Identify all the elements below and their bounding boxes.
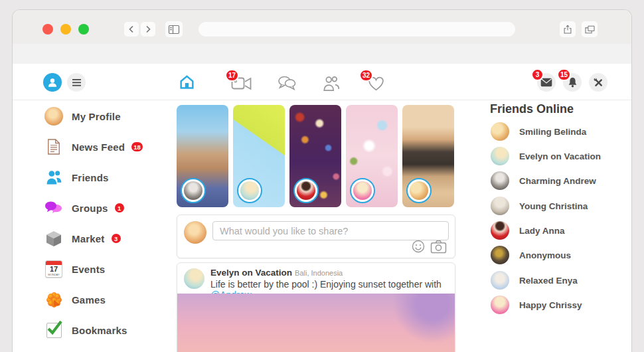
back-button[interactable] [124,22,139,37]
menu-button[interactable] [67,73,86,92]
tabs-icon [584,25,596,35]
profile-avatar-button[interactable] [43,73,62,92]
address-bar[interactable] [199,22,515,37]
nav-chat-button[interactable] [277,75,297,92]
market-icon [45,230,62,248]
sidebar-item-market[interactable]: Market 3 [44,228,122,249]
chat-icon [277,75,297,92]
friend-row[interactable]: Smiling Belinda [491,122,586,141]
notifications-badge: 15 [557,68,571,81]
story-card[interactable] [177,105,228,207]
friend-row[interactable]: Relaxed Enya [491,271,578,290]
friend-name: Anonymous [519,250,571,260]
social-app: 17 [13,64,631,352]
feed-post: Evelyn on VacationBali, Indonesia Life i… [177,262,455,352]
friend-row[interactable]: Happy Chrissy [491,296,582,314]
stories-row [177,105,454,207]
friend-name: Evelyn on Vacation [519,151,601,161]
friend-avatar [491,296,509,314]
sidebar-item-label: Events [72,264,105,275]
sidebar-item-label: News Feed [72,141,125,153]
composer-avatar [184,221,206,244]
friend-avatar [491,122,509,141]
friend-name: Lady Anna [519,226,565,236]
back-icon [127,25,135,33]
share-button[interactable] [560,21,576,37]
settings-button[interactable] [589,73,607,92]
friend-avatar [491,147,509,165]
sidebar-item-label: Games [72,294,106,306]
sidebar-panel-icon [168,25,180,35]
sidebar-item-my-profile[interactable]: My Profile [44,106,121,127]
sidebar-item-events[interactable]: 17 MONDAY Events [44,258,105,280]
friends-icon [45,169,63,185]
post-author-avatar[interactable] [184,268,204,289]
calendar-icon: 17 MONDAY [45,260,62,278]
share-input[interactable] [212,221,449,240]
story-card[interactable] [233,105,285,207]
add-photo-button[interactable] [430,240,447,254]
people-icon [322,75,341,92]
sidebar-item-label: Groups [72,203,108,214]
story-card[interactable] [402,105,454,207]
friend-name: Young Christina [519,201,588,211]
sidebar-item-news-feed[interactable]: News Feed 18 [44,136,144,157]
sidebar-item-friends[interactable]: Friends [44,167,109,188]
story-card[interactable] [289,105,341,207]
story-avatar [293,178,319,203]
post-location: Bali, Indonesia [295,269,343,277]
zoom-button[interactable] [78,24,89,35]
nav-home-button[interactable] [178,73,196,91]
forward-icon [144,25,152,33]
photo-camera-icon [430,240,447,254]
post-composer [177,215,455,258]
minimize-button[interactable] [60,24,71,35]
market-badge: 3 [110,232,122,244]
friend-avatar [491,246,509,264]
video-badge: 17 [225,69,239,82]
friend-avatar [491,197,509,215]
user-avatar-icon [46,76,58,88]
friend-row[interactable]: Charming Andrew [491,171,596,190]
calendar-day: 17 [46,265,62,273]
story-avatar [181,178,206,203]
likes-badge: 32 [359,69,373,82]
story-card[interactable] [346,105,398,207]
friend-row[interactable]: Evelyn on Vacation [491,147,601,165]
news-feed-badge: 18 [130,141,144,153]
tabs-button[interactable] [582,21,598,37]
friend-avatar [491,221,509,240]
add-emoji-button[interactable] [411,239,426,254]
share-icon [562,24,573,35]
story-avatar [237,178,262,203]
friend-row[interactable]: Young Christina [491,197,588,215]
friends-online-title: Friends Online [490,102,574,116]
post-image[interactable] [177,294,455,352]
close-button[interactable] [42,24,53,35]
sidebar-item-label: Friends [72,172,109,183]
sidebar-item-bookmarks[interactable]: Bookmarks [44,319,127,341]
friend-avatar [491,271,509,290]
nav-people-button[interactable] [322,75,341,92]
sidebar-item-games[interactable]: Games [44,289,106,310]
post-author[interactable]: Evelyn on VacationBali, Indonesia [210,268,343,278]
smiley-icon [411,239,426,254]
games-icon [45,291,63,309]
story-avatar [406,178,432,203]
sidebar-toggle-button[interactable] [165,21,183,37]
friend-row[interactable]: Lady Anna [491,221,565,240]
forward-button[interactable] [141,22,155,37]
groups-icon [44,201,63,216]
mail-icon [540,78,552,87]
sidebar-item-groups[interactable]: Groups 1 [44,197,125,219]
friend-row[interactable]: Anonymous [491,246,571,264]
sidebar-item-label: Bookmarks [72,325,127,336]
browser-window: 17 [12,9,632,352]
tools-icon [593,77,604,88]
browser-toolbar [13,10,631,44]
news-feed-icon [46,138,61,155]
sidebar-item-label: Market [72,233,105,244]
messages-badge: 3 [531,68,544,81]
sidebar-item-label: My Profile [72,111,121,122]
groups-badge: 1 [114,202,125,214]
